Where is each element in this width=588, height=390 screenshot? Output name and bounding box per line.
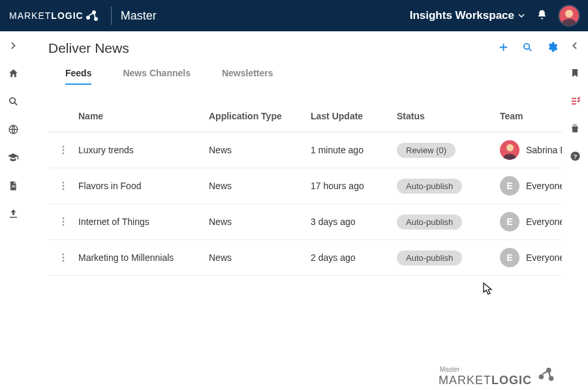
cell-app_type: News: [209, 217, 311, 227]
chevron-down-icon: [518, 9, 525, 22]
brand-logo: MARKETLOGIC: [9, 8, 99, 23]
status-badge: Auto-publish: [397, 179, 462, 194]
svg-point-22: [63, 257, 65, 259]
row-menu-icon[interactable]: [48, 145, 78, 155]
cell-last_update: 3 days ago: [311, 217, 397, 227]
right-sidebar: ?: [562, 31, 588, 390]
status-badge: Auto-publish: [397, 215, 462, 230]
svg-rect-4: [93, 13, 96, 19]
col-name[interactable]: Name: [78, 111, 209, 121]
page-title: Deliver News: [48, 40, 129, 56]
col-team[interactable]: Team: [500, 111, 562, 121]
table-row[interactable]: Flavors in FoodNews17 hours agoAuto-publ…: [48, 168, 562, 204]
footer-brand: Master MARKETLOGIC: [439, 365, 555, 386]
search-icon[interactable]: [8, 96, 19, 110]
cell-app_type: News: [209, 181, 311, 191]
team-label: Sabrina E: [526, 145, 562, 155]
graduation-cap-icon[interactable]: [7, 152, 19, 166]
row-menu-icon[interactable]: [48, 181, 78, 190]
cell-app_type: News: [209, 145, 311, 155]
globe-icon[interactable]: [8, 124, 19, 138]
bookmark-icon[interactable]: [570, 68, 580, 81]
svg-point-15: [63, 182, 65, 184]
search-button[interactable]: [522, 42, 533, 55]
cell-last_update: 17 hours ago: [311, 181, 397, 191]
cell-app_type: News: [209, 252, 311, 263]
main-content: Deliver News Feeds News Channels Newslet…: [26, 31, 562, 390]
svg-point-11: [524, 43, 530, 49]
footer-brand-first: MARKET: [439, 374, 491, 387]
brand-second: LOGIC: [51, 10, 83, 21]
table-row[interactable]: Marketing to MillennialsNews2 days agoAu…: [48, 240, 562, 276]
svg-point-16: [63, 185, 65, 187]
status-badge: Review (0): [397, 143, 456, 158]
team-label: Everyone: [526, 252, 562, 263]
team-label: Everyone: [526, 217, 562, 227]
col-last-update[interactable]: Last Update: [311, 111, 397, 121]
brand-first: MARKET: [9, 10, 51, 21]
status-badge: Auto-publish: [397, 250, 462, 265]
workspace-label: Insights Workspace: [410, 9, 514, 22]
footer-brand-second: LOGIC: [491, 374, 532, 387]
feeds-table: Name Application Type Last Update Status…: [48, 100, 562, 276]
footer-small: Master: [440, 367, 460, 373]
team-avatar: E: [500, 176, 519, 196]
trash-icon[interactable]: [570, 123, 580, 136]
svg-point-17: [63, 188, 65, 190]
svg-point-18: [63, 218, 65, 220]
team-label: Everyone: [526, 181, 562, 191]
chevron-right-icon[interactable]: [8, 40, 18, 53]
tab-news-channels[interactable]: News Channels: [123, 63, 190, 85]
svg-point-24: [539, 374, 544, 380]
table-row[interactable]: Internet of ThingsNews3 days agoAuto-pub…: [48, 204, 562, 240]
svg-point-5: [9, 98, 14, 104]
team-avatar: E: [500, 212, 519, 232]
home-icon[interactable]: [8, 68, 19, 82]
cell-team: Sabrina E: [500, 140, 562, 160]
cell-name: Flavors in Food: [78, 181, 209, 191]
svg-point-12: [63, 146, 65, 148]
cell-name: Luxury trends: [78, 145, 209, 155]
col-app-type[interactable]: Application Type: [209, 111, 311, 121]
cell-name: Marketing to Millennials: [78, 252, 209, 263]
divider: [111, 7, 112, 25]
left-sidebar: [0, 31, 26, 390]
tab-newsletters[interactable]: Newsletters: [222, 63, 273, 85]
svg-point-21: [63, 254, 65, 256]
workspace-dropdown[interactable]: Insights Workspace: [410, 9, 525, 22]
cell-team: EEveryone: [500, 212, 562, 232]
upload-icon[interactable]: [8, 208, 19, 222]
cell-name: Internet of Things: [78, 217, 209, 227]
svg-point-13: [63, 149, 65, 151]
tabs: Feeds News Channels Newsletters: [48, 63, 562, 85]
table-header: Name Application Type Last Update Status…: [48, 100, 562, 132]
add-button[interactable]: [498, 42, 509, 55]
chevron-left-icon[interactable]: [570, 40, 580, 53]
tab-feeds[interactable]: Feeds: [65, 63, 91, 85]
context-label: Master: [121, 9, 157, 23]
cell-last_update: 1 minute ago: [311, 145, 397, 155]
svg-point-0: [86, 16, 90, 20]
svg-rect-7: [12, 185, 15, 186]
team-avatar: [500, 140, 519, 160]
user-avatar[interactable]: [559, 6, 579, 25]
top-navbar: MARKETLOGIC Master Insights Workspace: [0, 0, 588, 31]
cell-last_update: 2 days ago: [311, 252, 397, 263]
cell-team: EEveryone: [500, 248, 562, 267]
brand-nodes-icon: [85, 8, 99, 23]
svg-point-19: [63, 221, 65, 223]
svg-point-23: [63, 260, 65, 262]
svg-text:?: ?: [573, 153, 577, 160]
cell-team: EEveryone: [500, 176, 562, 196]
col-status[interactable]: Status: [397, 111, 500, 121]
checklist-icon[interactable]: [570, 95, 581, 109]
svg-point-14: [63, 153, 65, 155]
team-avatar: E: [500, 248, 519, 267]
document-icon[interactable]: [8, 181, 18, 194]
table-row[interactable]: Luxury trendsNews1 minute agoReview (0)S…: [48, 132, 562, 168]
row-menu-icon[interactable]: [48, 253, 78, 262]
notifications-icon[interactable]: [536, 9, 548, 23]
help-icon[interactable]: ?: [570, 151, 581, 164]
row-menu-icon[interactable]: [48, 217, 78, 226]
settings-button[interactable]: [546, 41, 558, 55]
